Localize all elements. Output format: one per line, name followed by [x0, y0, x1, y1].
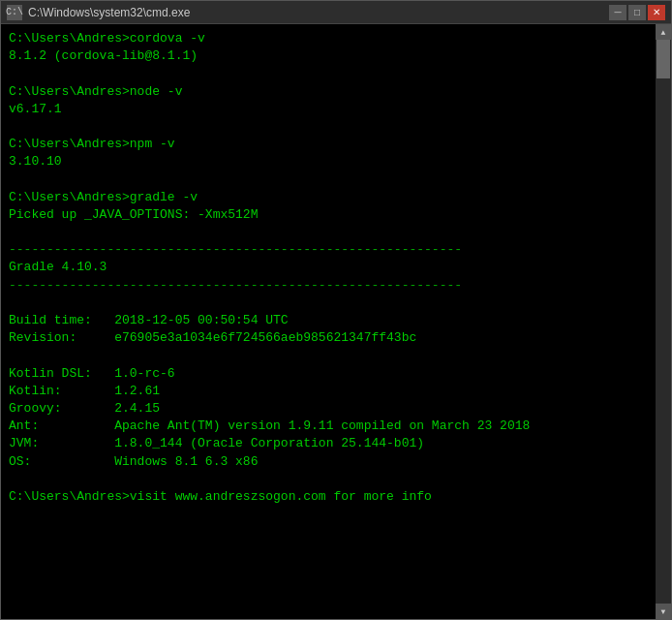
terminal-line: C:\Users\Andres>node -v [9, 83, 648, 101]
title-bar: C:\ C:\Windows\system32\cmd.exe ─ □ ✕ [1, 1, 671, 24]
terminal-line: Ant: Apache Ant(TM) version 1.9.11 compi… [9, 418, 648, 435]
scrollbar-thumb[interactable] [657, 40, 670, 78]
minimize-button[interactable]: ─ [609, 5, 626, 20]
terminal-line: ----------------------------------------… [9, 277, 648, 294]
cmd-icon: C:\ [7, 5, 22, 20]
terminal-line: v6.17.1 [9, 101, 648, 118]
terminal-output[interactable]: C:\Users\Andres>cordova -v8.1.2 (cordova… [1, 24, 656, 619]
window-controls: ─ □ ✕ [609, 5, 665, 20]
terminal-line [9, 118, 648, 136]
terminal-line: Groovy: 2.4.15 [9, 400, 648, 418]
terminal-line: OS: Windows 8.1 6.3 x86 [9, 453, 648, 471]
terminal-line: C:\Users\Andres>gradle -v [9, 189, 648, 206]
terminal-line: Build time: 2018-12-05 00:50:54 UTC [9, 312, 648, 329]
terminal-line: ----------------------------------------… [9, 241, 648, 259]
terminal-line: 8.1.2 (cordova-lib@8.1.1) [9, 47, 648, 65]
scroll-up-button[interactable]: ▲ [656, 24, 671, 40]
terminal-line: C:\Users\Andres>cordova -v [9, 30, 648, 47]
close-button[interactable]: ✕ [648, 5, 665, 20]
scroll-down-button[interactable]: ▼ [656, 604, 671, 619]
terminal-line [9, 471, 648, 488]
scrollbar[interactable]: ▲ ▼ [656, 24, 671, 619]
terminal-line: Picked up _JAVA_OPTIONS: -Xmx512M [9, 206, 648, 224]
terminal-line: C:\Users\Andres>visit www.andreszsogon.c… [9, 488, 648, 506]
scrollbar-track [656, 40, 671, 604]
terminal-line [9, 65, 648, 82]
terminal-line: Revision: e76905e3a1034e6f724566aeb98562… [9, 329, 648, 347]
terminal-line: C:\Users\Andres>npm -v [9, 136, 648, 153]
terminal-line [9, 224, 648, 241]
window-title: C:\Windows\system32\cmd.exe [28, 6, 190, 19]
terminal-line [9, 294, 648, 312]
terminal-line: 3.10.10 [9, 153, 648, 170]
terminal-line: JVM: 1.8.0_144 (Oracle Corporation 25.14… [9, 435, 648, 452]
maximize-button[interactable]: □ [628, 5, 646, 20]
terminal-line [9, 171, 648, 189]
title-bar-left: C:\ C:\Windows\system32\cmd.exe [7, 5, 190, 20]
content-area: C:\Users\Andres>cordova -v8.1.2 (cordova… [1, 24, 671, 619]
terminal-line [9, 347, 648, 364]
terminal-line: Kotlin DSL: 1.0-rc-6 [9, 365, 648, 383]
cmd-window: C:\ C:\Windows\system32\cmd.exe ─ □ ✕ C:… [0, 0, 672, 620]
terminal-line: Kotlin: 1.2.61 [9, 383, 648, 400]
terminal-line: Gradle 4.10.3 [9, 259, 648, 276]
